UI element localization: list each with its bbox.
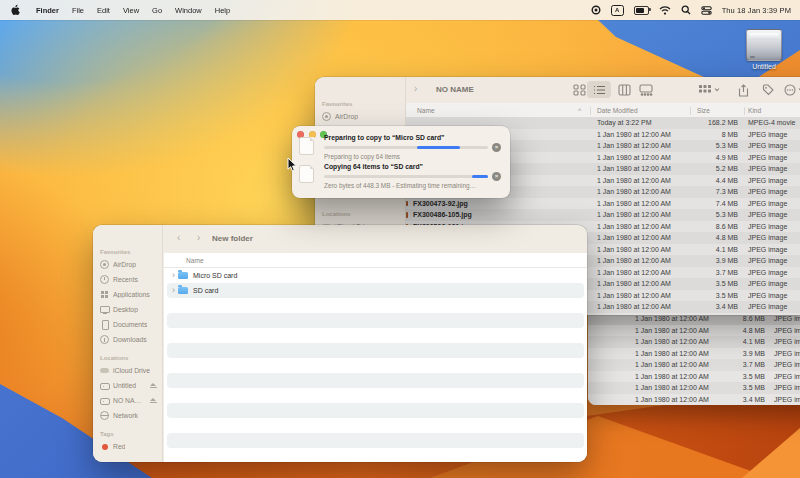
forward-button[interactable]: › bbox=[197, 233, 200, 243]
sidebar-item-applications[interactable]: Applications bbox=[93, 287, 162, 302]
more-actions-icon[interactable] bbox=[784, 84, 796, 96]
file-date: 1 Jan 1980 at 12:00 AM bbox=[635, 359, 709, 371]
empty-row bbox=[167, 418, 584, 433]
view-columns-icon[interactable] bbox=[618, 84, 631, 96]
file-date: 1 Jan 1980 at 12:00 AM bbox=[635, 371, 709, 383]
menu-file[interactable]: File bbox=[72, 6, 84, 15]
copy-task-status: Zero bytes of 448.3 MB - Estimating time… bbox=[324, 182, 476, 189]
recording-icon[interactable] bbox=[591, 1, 601, 19]
copy-task-title: Copying 64 items to “SD card” bbox=[324, 163, 423, 170]
sidebar-item-airdrop[interactable]: AirDrop bbox=[315, 109, 405, 124]
wifi-icon[interactable] bbox=[659, 1, 671, 19]
column-header-kind[interactable]: Kind bbox=[748, 107, 761, 114]
list-header: Name ^ Date Modified Size Kind bbox=[406, 103, 800, 118]
sidebar-item-untitled[interactable]: Untitled bbox=[93, 378, 162, 393]
file-row[interactable]: 1 Jan 1980 at 12:00 AM4.8 MBJPEG image bbox=[588, 325, 800, 337]
column-divider[interactable] bbox=[690, 107, 691, 116]
menu-finder[interactable]: Finder bbox=[36, 6, 59, 15]
file-kind: JPEG image bbox=[748, 244, 787, 256]
drive-icon bbox=[100, 381, 109, 390]
menu-edit[interactable]: Edit bbox=[97, 6, 110, 15]
network-icon bbox=[100, 411, 109, 420]
menu-bar-clock[interactable]: Thu 18 Jan 3:39 PM bbox=[722, 6, 791, 15]
column-divider[interactable] bbox=[590, 107, 591, 116]
column-header-name[interactable]: Name bbox=[186, 257, 204, 264]
file-kind: JPEG image bbox=[774, 371, 800, 383]
external-drive-icon[interactable] bbox=[746, 29, 782, 61]
finder-window-new-folder[interactable]: ‹ › New folder FavouritesAirDropRecentsA… bbox=[93, 225, 587, 462]
disclosure-chevron-icon[interactable]: › bbox=[172, 286, 175, 295]
view-gallery-icon[interactable] bbox=[639, 84, 653, 96]
disclosure-chevron-icon[interactable]: › bbox=[172, 271, 175, 280]
search-icon[interactable] bbox=[681, 1, 691, 19]
sidebar-item-recents[interactable]: Recents bbox=[93, 272, 162, 287]
menu-help[interactable]: Help bbox=[215, 6, 230, 15]
menu-go[interactable]: Go bbox=[152, 6, 162, 15]
file-kind: JPEG image bbox=[774, 382, 800, 394]
file-kind: JPEG image bbox=[774, 336, 800, 348]
sidebar-item-network[interactable]: Network bbox=[93, 408, 162, 423]
sort-indicator-icon: ^ bbox=[578, 107, 581, 114]
folder-name: SD card bbox=[193, 287, 218, 294]
sidebar-item-label: Desktop bbox=[113, 306, 138, 313]
column-divider[interactable] bbox=[744, 107, 745, 116]
copy-task-title: Preparing to copy to “Micro SD card” bbox=[324, 134, 444, 141]
progress-fill bbox=[472, 175, 488, 179]
column-header-size[interactable]: Size bbox=[697, 107, 710, 114]
sidebar-item-documents[interactable]: Documents bbox=[93, 317, 162, 332]
sidebar-item-no-na-[interactable]: NO NA… bbox=[93, 393, 162, 408]
empty-row bbox=[167, 448, 584, 462]
download-icon bbox=[100, 335, 109, 344]
sidebar-section-label: Locations bbox=[315, 211, 405, 219]
column-header-date[interactable]: Date Modified bbox=[597, 107, 638, 114]
file-date: Today at 3:22 PM bbox=[597, 117, 651, 129]
forward-button[interactable]: › bbox=[414, 84, 417, 94]
file-document-icon bbox=[299, 137, 314, 155]
view-grid-icon[interactable] bbox=[573, 84, 586, 96]
input-source-icon[interactable]: A bbox=[611, 5, 624, 16]
share-icon[interactable] bbox=[738, 84, 749, 97]
sidebar-section-label: Locations bbox=[93, 355, 162, 363]
background-finder-window-fragment[interactable]: 1 Jan 1980 at 12:00 AM8.6 MBJPEG image1 … bbox=[588, 313, 800, 405]
stop-copy-button[interactable]: × bbox=[492, 143, 501, 152]
sidebar-item-downloads[interactable]: Downloads bbox=[93, 332, 162, 347]
apple-menu[interactable] bbox=[10, 4, 20, 16]
tags-icon[interactable] bbox=[762, 84, 774, 96]
eject-icon[interactable] bbox=[150, 397, 157, 404]
menu-view[interactable]: View bbox=[123, 6, 139, 15]
file-row[interactable]: 1 Jan 1980 at 12:00 AM3.4 MBJPEG image bbox=[588, 394, 800, 406]
menu-items: FinderFileEditViewGoWindowHelp bbox=[29, 6, 230, 15]
airdrop-icon bbox=[322, 112, 331, 121]
sidebar-item-red[interactable]: Red bbox=[93, 439, 162, 454]
view-list-icon[interactable] bbox=[593, 85, 606, 95]
sidebar-item-label: Network bbox=[113, 412, 138, 419]
battery-icon[interactable] bbox=[634, 6, 649, 15]
menu-window[interactable]: Window bbox=[175, 6, 202, 15]
sidebar-item-airdrop[interactable]: AirDrop bbox=[93, 257, 162, 272]
file-date: 1 Jan 1980 at 12:00 AM bbox=[597, 290, 671, 302]
sidebar-item-desktop[interactable]: Desktop bbox=[93, 302, 162, 317]
stop-copy-button[interactable]: × bbox=[492, 172, 501, 181]
control-center-icon[interactable] bbox=[701, 1, 712, 19]
folder-row[interactable]: ›Micro SD card bbox=[167, 268, 584, 283]
file-row[interactable]: 1 Jan 1980 at 12:00 AM3.9 MBJPEG image bbox=[588, 348, 800, 360]
group-by-icon[interactable] bbox=[698, 84, 711, 96]
file-size: 5.3 MB bbox=[668, 140, 738, 152]
file-date: 1 Jan 1980 at 12:00 AM bbox=[635, 348, 709, 360]
desktop-volume-icon[interactable]: Untitled bbox=[742, 29, 786, 70]
folder-row[interactable]: ›SD card bbox=[167, 283, 584, 298]
file-size: 3.7 MB bbox=[668, 267, 738, 279]
copy-progress-dialog[interactable]: Preparing to copy to “Micro SD card” × P… bbox=[292, 126, 510, 198]
cloud-icon bbox=[100, 366, 109, 375]
file-row[interactable]: FX300473-92.jpg1 Jan 1980 at 12:00 AM7.4… bbox=[406, 198, 800, 210]
file-row[interactable]: 1 Jan 1980 at 12:00 AM3.5 MBJPEG image bbox=[588, 371, 800, 383]
back-button[interactable]: ‹ bbox=[177, 233, 180, 243]
file-date: 1 Jan 1980 at 12:00 AM bbox=[597, 221, 671, 233]
file-row[interactable]: 1 Jan 1980 at 12:00 AM3.5 MBJPEG image bbox=[588, 382, 800, 394]
eject-icon[interactable] bbox=[150, 382, 157, 389]
file-row[interactable]: 1 Jan 1980 at 12:00 AM4.1 MBJPEG image bbox=[588, 336, 800, 348]
file-row[interactable]: 1 Jan 1980 at 12:00 AM3.7 MBJPEG image bbox=[588, 359, 800, 371]
sidebar-item-icloud-drive[interactable]: iCloud Drive bbox=[93, 363, 162, 378]
file-row[interactable]: FX300486-105.jpg1 Jan 1980 at 12:00 AM5.… bbox=[406, 209, 800, 221]
column-header-name[interactable]: Name bbox=[417, 107, 435, 114]
